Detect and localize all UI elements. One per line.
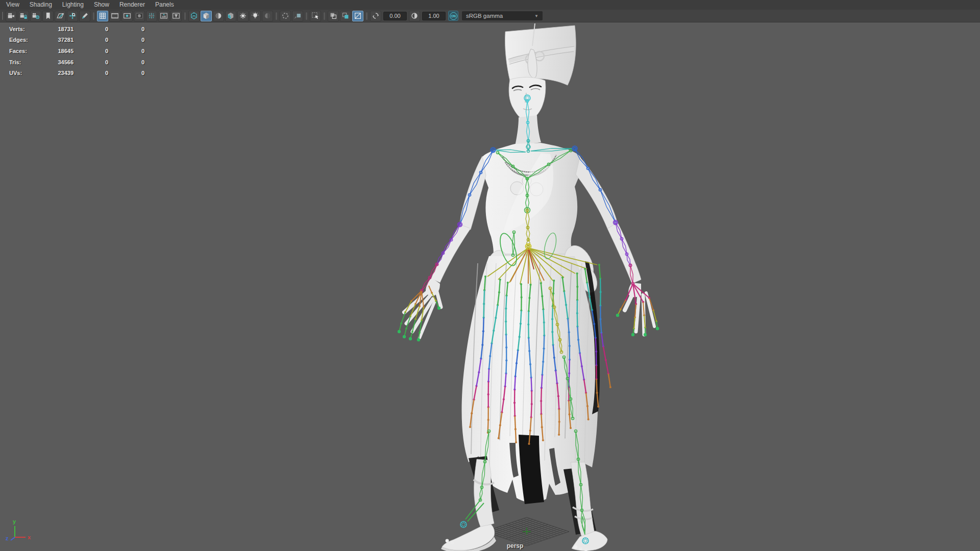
toolbar-separator: [324, 12, 325, 20]
wireframe-button[interactable]: [188, 11, 200, 21]
exposure-button[interactable]: [370, 11, 381, 21]
world-axis-gizmo: y x z: [3, 516, 39, 547]
hud-row-tris: Tris: 34566 0 0: [0, 57, 144, 68]
use-all-lights-button[interactable]: [237, 11, 249, 21]
axis-x-label: x: [28, 534, 31, 540]
field-chart-button[interactable]: [146, 11, 157, 21]
hud-selected: 0: [108, 26, 144, 32]
viewport-3d-scene[interactable]: [0, 0, 980, 551]
motion-blur-button[interactable]: [292, 11, 303, 21]
occlusion-button[interactable]: [280, 11, 291, 21]
xray-active-icon: [353, 11, 362, 20]
exposure-field[interactable]: 0.00: [383, 12, 407, 20]
xray-joints-icon: [341, 11, 350, 20]
menu-renderer[interactable]: Renderer: [114, 0, 150, 10]
menu-lighting[interactable]: Lighting: [57, 0, 89, 10]
hud-selected: 0: [108, 59, 144, 65]
camera-name-label: persp: [507, 542, 524, 549]
hud-label: UVs:: [9, 70, 41, 76]
axis-z-label: z: [6, 535, 9, 541]
toolbar-separator: [93, 12, 94, 20]
camera-attributes-icon: [31, 11, 40, 20]
axis-y-label: y: [13, 518, 16, 524]
gamma-button[interactable]: [409, 11, 420, 21]
grease-pencil-icon: [80, 11, 89, 20]
grid-button[interactable]: [97, 11, 108, 21]
xray-button[interactable]: [328, 11, 339, 21]
hud-row-uvs: UVs: 23439 0 0: [0, 67, 144, 79]
toolbar-separator: [306, 12, 307, 20]
smooth-shade-button[interactable]: [201, 11, 212, 21]
safe-action-icon: [159, 11, 168, 20]
hud-label: Edges:: [9, 37, 41, 43]
grid-icon: [98, 11, 107, 20]
camera-lock-button[interactable]: [18, 11, 29, 21]
isolate-select-icon: [311, 11, 320, 20]
hud-visible: 0: [74, 48, 108, 54]
wireframe-icon: [189, 11, 199, 20]
toolbar-grip: [2, 12, 3, 20]
shadows-button[interactable]: [262, 11, 273, 21]
hud-total: 37281: [41, 37, 74, 43]
textured-button[interactable]: [225, 11, 236, 21]
menu-panels[interactable]: Panels: [150, 0, 179, 10]
hud-label: Faces:: [9, 48, 41, 54]
image-plane-button[interactable]: [55, 11, 66, 21]
field-chart-icon: [147, 11, 156, 20]
hud-row-verts: Verts: 18731 0 0: [0, 23, 144, 35]
film-gate-button[interactable]: [109, 11, 120, 21]
colorspace-value: sRGB gamma: [462, 13, 530, 19]
panel-toolbar: 0.001.00ONsRGB gamma▼: [0, 10, 980, 22]
gamma-field[interactable]: 1.00: [422, 12, 446, 20]
safe-title-icon: [172, 11, 181, 20]
camera-icon: [7, 11, 16, 20]
maya-viewport-panel: View Shading Lighting Show Renderer Pane…: [0, 0, 980, 551]
film-gate-icon: [110, 11, 119, 20]
default-material-button[interactable]: [213, 11, 224, 21]
hud-total: 18645: [41, 48, 74, 54]
ground-grid-plane: [484, 517, 569, 546]
colorspace-dropdown[interactable]: sRGB gamma▼: [462, 11, 543, 20]
hud-visible: 0: [74, 59, 108, 65]
textured-icon: [226, 11, 235, 20]
hud-selected: 0: [108, 70, 144, 76]
hud-selected: 0: [108, 48, 144, 54]
toolbar-separator: [276, 12, 277, 20]
color-management-toggle[interactable]: ON: [448, 11, 458, 21]
lighting-icon: [251, 11, 260, 20]
pan-zoom-button[interactable]: [67, 11, 78, 21]
grease-pencil-button[interactable]: [79, 11, 90, 21]
xray-joints-button[interactable]: [340, 11, 351, 21]
character-model[interactable]: [404, 23, 654, 551]
bookmark-icon: [43, 11, 53, 20]
isolate-select-button[interactable]: [310, 11, 321, 21]
menu-view[interactable]: View: [6, 0, 24, 10]
gate-mask-icon: [135, 11, 144, 20]
hud-total: 18731: [41, 26, 74, 32]
camera-attributes-button[interactable]: [30, 11, 41, 21]
camera-button[interactable]: [6, 11, 17, 21]
xray-active-button[interactable]: [352, 11, 363, 21]
menu-show[interactable]: Show: [89, 0, 114, 10]
polycount-hud: Verts: 18731 0 0 Edges: 37281 0 0 Faces:…: [0, 23, 144, 79]
on-badge: ON: [450, 12, 457, 20]
use-all-lights-icon: [238, 11, 248, 20]
hud-row-edges: Edges: 37281 0 0: [0, 35, 144, 46]
smooth-shade-icon: [202, 11, 211, 20]
xray-icon: [329, 11, 338, 20]
camera-lock-icon: [19, 11, 28, 20]
bookmark-button[interactable]: [42, 11, 54, 21]
hud-row-faces: Faces: 18645 0 0: [0, 45, 144, 57]
hud-visible: 0: [74, 37, 108, 43]
safe-title-button[interactable]: [170, 11, 182, 21]
gate-mask-button[interactable]: [134, 11, 145, 21]
safe-action-button[interactable]: [158, 11, 169, 21]
chevron-down-icon: ▼: [530, 14, 543, 18]
hud-total: 34566: [41, 59, 74, 65]
resolution-gate-button[interactable]: [121, 11, 133, 21]
menu-shading[interactable]: Shading: [24, 0, 57, 10]
pan-zoom-icon: [68, 11, 77, 20]
contrast-icon: [410, 11, 419, 20]
hud-total: 23439: [41, 70, 74, 76]
lighting-button[interactable]: [250, 11, 261, 21]
